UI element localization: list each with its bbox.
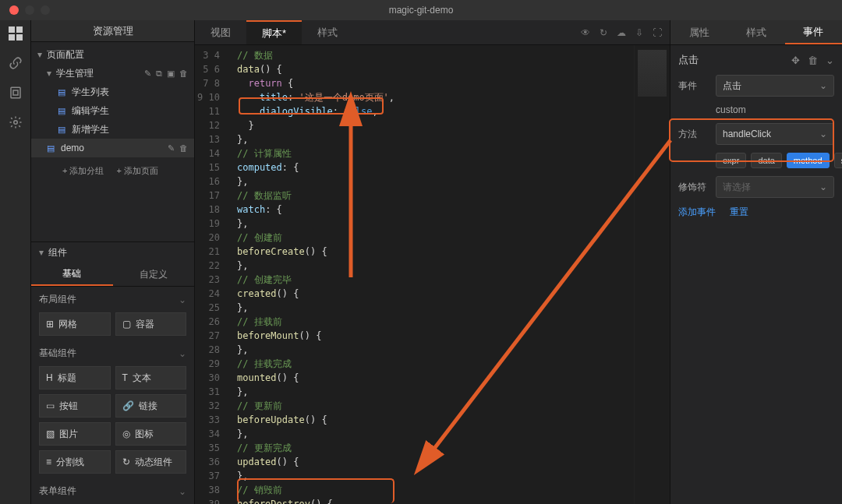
svg-point-6: [13, 121, 17, 125]
titlebar: magic-git-demo: [0, 0, 842, 20]
expand-icon[interactable]: ⛶: [653, 27, 662, 38]
svg-rect-1: [16, 26, 23, 33]
heading-icon: H: [46, 372, 53, 383]
edit-icon[interactable]: ✎: [144, 69, 151, 79]
select-event[interactable]: 点击⌄: [716, 75, 834, 97]
pill-expr[interactable]: expr: [716, 153, 746, 168]
svg-rect-3: [16, 34, 23, 41]
sidebar-right: 属性 样式 事件 点击 ✥ 🗑 ⌄ 事件 点击⌄ custom 方法 handl…: [670, 20, 842, 504]
file-icon: ▤: [58, 106, 69, 116]
chevron-down-icon[interactable]: ⌄: [179, 348, 186, 359]
comp-grid-item[interactable]: ⊞网格: [39, 312, 111, 336]
apps-icon[interactable]: [7, 25, 24, 42]
event-click-header: 点击: [678, 53, 699, 67]
tab-style[interactable]: 样式: [302, 20, 353, 44]
chevron-down-icon[interactable]: ⌄: [826, 55, 834, 66]
add-event-link[interactable]: 添加事件: [678, 206, 716, 219]
file-icon: ▤: [47, 143, 58, 153]
activity-bar: [0, 20, 31, 504]
sidebar-header: 资源管理: [31, 20, 194, 42]
reset-link[interactable]: 重置: [730, 206, 748, 219]
link-icon[interactable]: [7, 55, 24, 72]
tree-demo[interactable]: ▤demo✎🗑: [31, 139, 194, 157]
editor-panel: 视图 脚本* 样式 👁 ↻ ☁ ⇩ ⛶ 3 4 5 6 7 8 9 10 11 …: [195, 20, 670, 504]
maximize-icon[interactable]: [41, 5, 50, 15]
sidebar-left: 资源管理 ▾页面配置 ▾学生管理✎⧉▣🗑 ▤学生列表 ▤编辑学生 ▤新增学生 ▤…: [31, 20, 195, 504]
comp-divider[interactable]: ≡分割线: [39, 450, 111, 474]
add-icon[interactable]: ▣: [167, 69, 175, 79]
minimap[interactable]: [634, 45, 670, 504]
group-form: 表单组件: [39, 485, 76, 498]
preview-icon[interactable]: 👁: [581, 27, 590, 38]
page-icon[interactable]: [7, 84, 24, 101]
tree-edit-student[interactable]: ▤编辑学生: [31, 101, 194, 120]
container-icon: ▢: [122, 319, 131, 330]
pill-data[interactable]: data: [751, 153, 781, 168]
chevron-down-icon[interactable]: ⌄: [179, 294, 186, 305]
minimize-icon[interactable]: [25, 5, 34, 15]
tree-add-student[interactable]: ▤新增学生: [31, 120, 194, 139]
tree-student-list[interactable]: ▤学生列表: [31, 83, 194, 101]
comp-icon[interactable]: ◎图标: [115, 422, 187, 446]
file-icon: ▤: [58, 87, 69, 97]
group-basic: 基础组件: [39, 347, 76, 360]
delete-icon[interactable]: 🗑: [808, 55, 818, 66]
comp-text[interactable]: T文本: [115, 366, 187, 389]
close-icon[interactable]: [9, 5, 19, 15]
svg-rect-5: [13, 90, 18, 95]
label-event: 事件: [678, 79, 709, 93]
comp-link[interactable]: 🔗链接: [115, 394, 187, 418]
refresh-icon[interactable]: ↻: [600, 27, 607, 38]
upload-icon[interactable]: ☁: [617, 27, 626, 38]
file-icon: ▤: [58, 125, 69, 135]
right-tab-style[interactable]: 样式: [727, 20, 784, 44]
chevron-down-icon[interactable]: ⌄: [179, 486, 186, 497]
copy-icon[interactable]: ⧉: [156, 69, 162, 79]
components-title: 组件: [48, 246, 67, 259]
comp-container-item[interactable]: ▢容器: [115, 312, 187, 336]
tab-script[interactable]: 脚本*: [246, 20, 302, 44]
delete-icon[interactable]: 🗑: [179, 69, 188, 79]
custom-label: custom: [678, 104, 834, 115]
group-layout: 布局组件: [39, 293, 76, 306]
link-icon: 🔗: [122, 400, 134, 411]
comp-tab-custom[interactable]: 自定义: [113, 263, 195, 286]
label-method: 方法: [678, 128, 709, 141]
line-gutter: 3 4 5 6 7 8 9 10 11 12 13 14 15 16 17 18…: [195, 45, 228, 504]
tree-student-mgmt[interactable]: ▾学生管理✎⧉▣🗑: [31, 64, 194, 83]
dynamic-icon: ↻: [122, 456, 130, 467]
window-title: magic-git-demo: [389, 5, 454, 16]
export-icon[interactable]: ⇩: [635, 27, 643, 38]
delete-icon[interactable]: 🗑: [179, 143, 188, 153]
comp-image[interactable]: ▧图片: [39, 422, 111, 446]
text-icon: T: [122, 372, 128, 383]
pill-method[interactable]: method: [787, 153, 830, 168]
svg-rect-4: [11, 87, 20, 98]
icon-icon: ◎: [122, 428, 130, 439]
button-icon: ▭: [46, 400, 55, 411]
add-group-button[interactable]: + 添加分组: [62, 165, 104, 177]
right-tab-attr[interactable]: 属性: [670, 20, 727, 44]
comp-button[interactable]: ▭按钮: [39, 394, 111, 418]
svg-rect-0: [9, 26, 15, 33]
tree-page-config[interactable]: ▾页面配置: [31, 45, 194, 64]
move-icon[interactable]: ✥: [791, 55, 800, 66]
add-page-button[interactable]: + 添加页面: [116, 165, 157, 177]
settings-icon[interactable]: [7, 114, 24, 131]
select-method[interactable]: handleClick⌄: [716, 123, 834, 145]
select-modifier[interactable]: 请选择⌄: [716, 176, 834, 198]
image-icon: ▧: [46, 428, 55, 439]
tab-view[interactable]: 视图: [195, 20, 246, 44]
right-tab-event[interactable]: 事件: [785, 20, 842, 44]
comp-dynamic[interactable]: ↻动态组件: [115, 450, 187, 474]
comp-heading[interactable]: H标题: [39, 366, 111, 389]
edit-icon[interactable]: ✎: [168, 143, 175, 153]
grid-icon: ⊞: [46, 319, 54, 330]
pill-script[interactable]: script: [834, 153, 842, 168]
label-modifier: 修饰符: [678, 181, 709, 194]
svg-rect-2: [9, 34, 15, 41]
divider-icon: ≡: [46, 456, 51, 467]
code-content[interactable]: // 数据 data() { return { title: '这是一个demo…: [228, 45, 634, 504]
comp-tab-basic[interactable]: 基础: [31, 263, 113, 286]
